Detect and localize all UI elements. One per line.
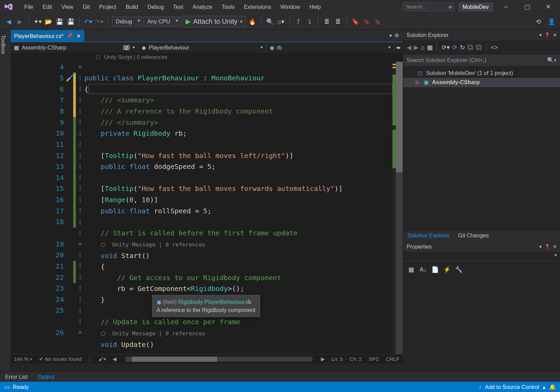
live-share-button[interactable]: ⟲ (534, 17, 543, 26)
nav-forward-button[interactable]: ▶ (15, 17, 25, 26)
save-button[interactable]: 💾 (55, 17, 64, 26)
brush-button[interactable]: 🖌▾ (98, 356, 106, 362)
menu-project[interactable]: Project (95, 2, 121, 12)
open-file-button[interactable]: 📂 (44, 17, 53, 26)
se-home-button[interactable]: ⌂ (421, 44, 425, 51)
platform-dropdown[interactable]: Any CPU (143, 17, 180, 26)
tab-git-changes[interactable]: Git Changes (454, 231, 493, 241)
close-tab-icon[interactable]: ✕ (76, 33, 81, 39)
step-into-icon[interactable]: ⤵ (305, 17, 314, 26)
codelens-update[interactable]: ⬡ Unity Message | 0 references (101, 328, 206, 339)
toolbox-rail[interactable]: Toolbox (0, 30, 11, 371)
vertical-scrollbar[interactable] (396, 62, 403, 354)
se-showall-button[interactable]: ⿻ (476, 44, 482, 51)
menu-file[interactable]: File (20, 2, 38, 12)
notifications-icon[interactable]: 🔔 (549, 384, 556, 390)
tab-overflow-button[interactable]: ▾ (389, 33, 392, 39)
menu-extensions[interactable]: Extensions (239, 2, 275, 12)
menu-analyze[interactable]: Analyze (188, 2, 217, 12)
lineending-indicator[interactable]: CRLF (386, 356, 399, 362)
fold-bar[interactable]: ⊟│││││││││││││││⊟│││││││⊟ (76, 62, 84, 354)
hscroll-left[interactable]: ◀ (113, 356, 116, 362)
solution-search-input[interactable]: Search Solution Explorer (Ctrl+;) 🔍▾ (403, 54, 560, 66)
props-selector[interactable]: ▾ (403, 252, 560, 261)
line-indicator[interactable]: Ln: 5 (331, 356, 343, 362)
maximize-button[interactable]: ▢ (519, 3, 536, 10)
close-window-button[interactable]: ✕ (540, 3, 557, 10)
indent-increase-button[interactable]: ≣ (333, 17, 343, 26)
menu-edit[interactable]: Edit (38, 2, 57, 12)
zoom-dropdown[interactable]: 144 %▾ (14, 356, 32, 362)
menu-window[interactable]: Window (276, 2, 305, 12)
config-dropdown[interactable]: Debug (112, 17, 142, 26)
hscroll-thumb[interactable] (132, 356, 217, 361)
se-filter-button[interactable]: ⟳▾ (442, 44, 450, 51)
code-editor[interactable]: 456789101112131415161718 19202122232425 … (11, 62, 403, 354)
file-tab-active[interactable]: PlayerBehaviour.cs* 📌 ✕ (11, 30, 84, 42)
pin-icon[interactable]: 📌 (67, 33, 73, 38)
indent-indicator[interactable]: SPC (369, 356, 379, 362)
props-events-button[interactable]: ⚡ (442, 265, 452, 274)
tab-error-list[interactable]: Error List (0, 372, 33, 381)
horizontal-scrollbar[interactable] (125, 356, 312, 361)
tab-output[interactable]: Output (33, 372, 59, 381)
nav-class-dropdown[interactable]: ◆ PlayerBehaviour ▾ (138, 42, 266, 53)
se-switch-view-button[interactable]: ▦ (427, 44, 432, 51)
indent-decrease-button[interactable]: ≣ (322, 17, 332, 26)
menu-build[interactable]: Build (121, 2, 143, 12)
save-all-button[interactable]: 💾 (66, 17, 76, 26)
se-refresh-button[interactable]: ↻ (460, 44, 465, 51)
bookmark-prev-button[interactable]: 🔖 (362, 17, 371, 26)
codelens-start[interactable]: ⬡ Unity Message | 0 references (101, 239, 206, 250)
se-properties-button[interactable]: <> (491, 44, 498, 51)
new-item-button[interactable]: ✦▾ (33, 17, 42, 26)
add-source-control-button[interactable]: Add to Source Control (485, 384, 540, 390)
split-editor-button[interactable]: ⬌ (394, 42, 403, 53)
props-page-button[interactable]: 📄 (430, 265, 440, 274)
step-over-icon[interactable]: ⤴ (294, 17, 303, 26)
menu-tools[interactable]: Tools (217, 2, 239, 12)
props-wrench-button[interactable]: 🔧 (454, 265, 464, 274)
panel-pin-button[interactable]: 📍 (544, 32, 551, 38)
panel-dropdown-button[interactable]: ▾ (539, 32, 542, 38)
nav-back-button[interactable]: ◀ (4, 17, 14, 26)
tab-solution-explorer[interactable]: Solution Explorer (403, 231, 453, 241)
start-debug-button[interactable]: ▶ Attach to Unity ▾ (182, 16, 246, 27)
panel-close-button[interactable]: ✕ (553, 32, 557, 38)
props-close-button[interactable]: ✕ (553, 244, 557, 249)
quick-search-input[interactable]: Search... (403, 3, 454, 11)
menu-debug[interactable]: Debug (143, 2, 169, 12)
nav-assembly-dropdown[interactable]: ▦ Assembly-CSharp 2 ▾ (11, 42, 138, 53)
props-categorized-button[interactable]: ▦ (407, 265, 416, 274)
hot-reload-button[interactable]: 🔥 (248, 17, 257, 26)
scroll-overview[interactable] (392, 62, 396, 354)
find-in-files-button[interactable]: 🔍 (265, 17, 275, 26)
hscroll-right[interactable]: ▶ (321, 356, 325, 362)
menu-view[interactable]: View (57, 2, 78, 12)
props-pin-button[interactable]: 📍 (544, 244, 551, 249)
tab-settings-button[interactable]: ⚙ (394, 33, 399, 39)
scroll-thumb[interactable] (396, 62, 403, 172)
menu-help[interactable]: Help (305, 2, 326, 12)
se-forward-button[interactable]: ▶ (414, 44, 419, 51)
source-control-caret-icon[interactable]: ▴ (543, 384, 546, 390)
undo-button[interactable]: ↶▾ (83, 17, 93, 26)
column-indicator[interactable]: Ch: 2 (350, 356, 362, 362)
menu-git[interactable]: Git (78, 2, 94, 12)
props-dropdown-button[interactable]: ▾ (539, 244, 542, 249)
se-back-button[interactable]: ◀ (407, 44, 411, 51)
account-button[interactable]: 👤 (546, 17, 556, 26)
solution-node[interactable]: ◳ Solution 'MobileDev' (1 of 1 project) (403, 68, 560, 78)
project-node[interactable]: ▷ ▣ Assembly-CSharp (403, 78, 560, 87)
se-sync-button[interactable]: ⟳ (452, 44, 457, 51)
caret-right-icon[interactable]: ▷ (416, 78, 420, 87)
codelens-class[interactable]: ⬡ Unity Script | 0 references (11, 53, 403, 62)
issues-indicator[interactable]: ✔ No issues found (39, 356, 81, 362)
nav-member-dropdown[interactable]: ◉ rb ▾ (266, 42, 394, 53)
toolbox-button[interactable]: ⌂▾ (276, 17, 286, 26)
bookmark-button[interactable]: 🔖 (351, 17, 360, 26)
bookmark-next-button[interactable]: 🔖 (373, 17, 382, 26)
menu-test[interactable]: Test (169, 2, 188, 12)
se-collapse-button[interactable]: ⿻ (468, 44, 474, 51)
props-alpha-button[interactable]: A↓ (419, 265, 428, 274)
